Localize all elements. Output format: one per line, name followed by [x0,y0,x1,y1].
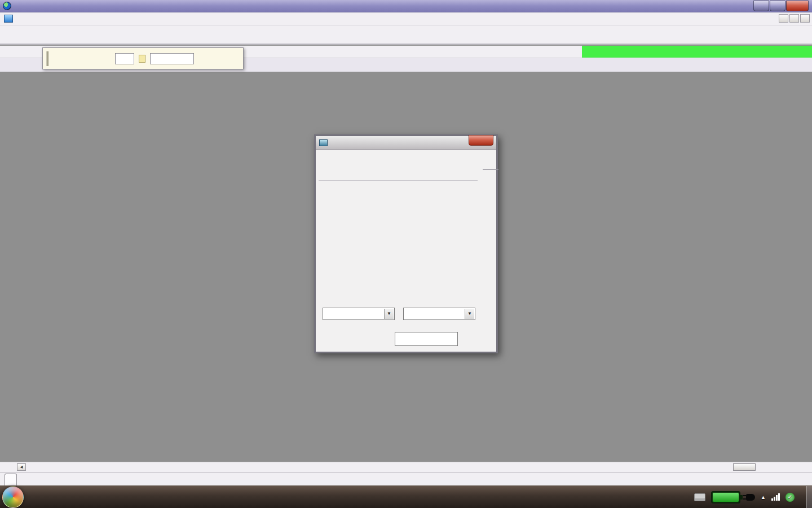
dialog-icon [319,139,328,146]
tray-expand-arrow[interactable]: ▲ [761,494,766,500]
system-tray: ▲ ✓ [686,486,812,508]
power-plug-icon [746,494,755,501]
child-restore-button[interactable] [789,14,799,23]
chart-tab-gold-h1-lv[interactable] [5,474,17,486]
bar-info-color-box[interactable] [139,55,145,63]
menu-bar [0,12,812,25]
title-bar [0,0,812,12]
dialog-close-button[interactable] [469,135,493,146]
scroll-thumb[interactable] [733,463,756,471]
battery-indicator[interactable] [711,491,740,503]
show-desktop-button[interactable] [806,486,812,508]
start-button[interactable] [2,487,24,508]
toolbar [0,25,812,45]
horizontal-scrollbar: ◄ [0,462,812,472]
tab-pane-border [319,180,478,181]
bar-info-dropdown[interactable] [150,53,194,64]
maximize-button[interactable] [770,1,785,11]
sync-status-icon[interactable]: ✓ [785,493,795,502]
keyboard-icon[interactable] [694,493,705,501]
child-close-button[interactable] [800,14,810,23]
screen: ◄ ▼ ▼ [0,0,812,508]
drag-grip[interactable] [46,51,48,66]
app-icon [3,2,11,10]
document-icon [4,15,13,23]
config-name-input[interactable] [395,332,458,346]
close-button[interactable] [786,1,809,11]
scroll-left-arrow[interactable]: ◄ [17,463,26,471]
network-signal-icon[interactable] [771,493,780,501]
taskbar: ▲ ✓ [0,485,812,508]
horizontal-ray-config-dialog: ▼ ▼ [314,134,498,353]
chevron-down-icon[interactable]: ▼ [465,309,474,319]
load-label [483,169,498,170]
bar-info-panel [42,47,244,69]
bar-info-input[interactable] [115,53,134,64]
child-minimize-button[interactable] [779,14,788,23]
child-window-controls [778,14,810,23]
window-controls [753,1,809,11]
data-feed-status [582,46,812,58]
chevron-down-icon[interactable]: ▼ [384,309,394,319]
minimize-button[interactable] [753,1,769,11]
vertical-align-select[interactable]: ▼ [403,308,475,320]
chart-tab-bar [0,472,812,485]
horizontal-align-select[interactable]: ▼ [323,308,395,320]
dialog-title-bar[interactable] [316,136,496,150]
